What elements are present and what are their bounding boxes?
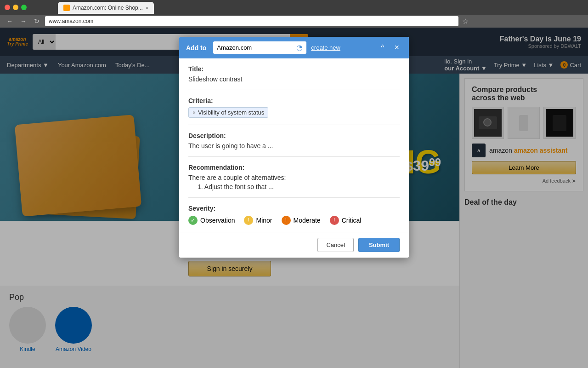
severity-critical[interactable]: ! Critical [330,216,362,225]
modal-close-button[interactable]: × [391,42,402,53]
description-label: Description: [188,132,400,139]
browser-tab[interactable]: Amazon.com: Online Shop... × [58,2,154,14]
severity-label: Severity: [188,205,400,212]
criteria-field: Criteria: × Visibility of system status [188,97,400,125]
severity-minor[interactable]: ! Minor [244,216,272,225]
modal-body: Title: Slideshow contrast Criteria: × Vi… [179,58,409,232]
traffic-lights [5,5,27,10]
refresh-button[interactable]: ↻ [32,17,41,26]
severity-observation[interactable]: ✓ Observation [188,216,235,225]
forward-button[interactable]: → [18,17,28,26]
browser-top: Amazon.com: Online Shop... × [0,0,588,15]
url-input[interactable]: www.amazon.com [45,16,458,26]
criteria-remove-icon[interactable]: × [192,109,196,116]
submit-button[interactable]: Submit [358,238,400,252]
minimize-window-button[interactable] [13,5,18,10]
cancel-button[interactable]: Cancel [317,238,353,252]
modal-minimize-button[interactable]: ^ [378,43,387,53]
recommendation-item: 1. Adjust the font so that ... [188,183,400,190]
create-new-link[interactable]: create new [311,44,340,51]
title-value: Slideshow contrast [188,75,400,83]
moderate-icon: ! [282,216,291,225]
add-to-input-container: ◔ [213,41,306,54]
description-field: Description: The user is going to have a… [188,132,400,157]
dropdown-icon[interactable]: ◔ [296,43,303,52]
modal-header: Add to ◔ create new ^ × [179,37,409,58]
moderate-label: Moderate [294,217,321,224]
tab-favicon-icon [63,5,70,11]
browser-tabs: Amazon.com: Online Shop... × [30,1,181,14]
tab-close-icon[interactable]: × [146,5,148,11]
severity-moderate[interactable]: ! Moderate [282,216,321,225]
tab-title: Amazon.com: Online Shop... [73,5,143,11]
recommendation-label: Recommendation: [188,164,400,171]
severity-options: ✓ Observation ! Minor ! Moderate ! Criti… [188,216,400,225]
observation-label: Observation [200,217,235,224]
fullscreen-window-button[interactable] [21,5,27,10]
criteria-tag-text: Visibility of system status [198,109,264,116]
add-to-label: Add to [186,44,206,52]
observation-icon: ✓ [188,216,198,225]
close-window-button[interactable] [5,5,10,10]
description-value: The user is going to have a ... [188,142,400,150]
address-bar: ← → ↻ www.amazon.com ☆ [0,15,588,28]
critical-icon: ! [330,216,339,225]
title-label: Title: [188,65,400,73]
back-button[interactable]: ← [5,17,15,26]
criteria-tag[interactable]: × Visibility of system status [188,107,268,118]
title-field: Title: Slideshow contrast [188,65,400,90]
criteria-label: Criteria: [188,97,400,104]
recommendation-value: There are a couple of alternatives: [188,174,400,181]
recommendation-field: Recommendation: There are a couple of al… [188,164,400,198]
bookmark-icon[interactable]: ☆ [462,17,469,26]
browser-chrome: Amazon.com: Online Shop... × ← → ↻ www.a… [0,0,588,28]
severity-field: Severity: ✓ Observation ! Minor ! Modera… [188,205,400,225]
add-to-input[interactable] [217,44,294,51]
modal-overlay: Add to ◔ create new ^ × Title: Slideshow… [0,28,588,368]
minor-icon: ! [244,216,253,225]
url-text: www.amazon.com [49,18,93,24]
critical-label: Critical [342,217,362,224]
modal-footer: Cancel Submit [179,232,409,258]
minor-label: Minor [256,217,272,224]
add-to-modal: Add to ◔ create new ^ × Title: Slideshow… [179,37,409,258]
